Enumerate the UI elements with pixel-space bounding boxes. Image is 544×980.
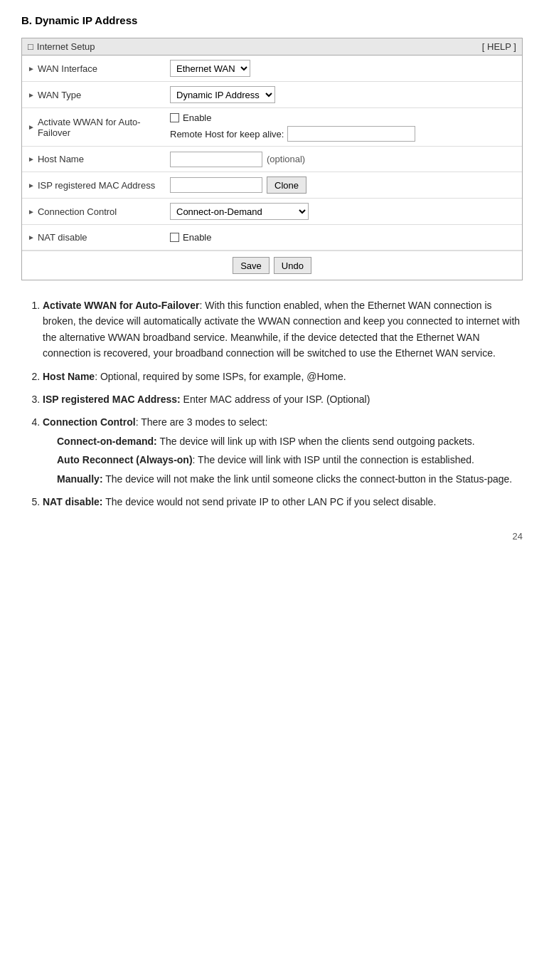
undo-button[interactable]: Undo	[274, 257, 311, 274]
enable-line: Enable	[170, 112, 415, 123]
wan-type-select[interactable]: Dynamic IP Address	[170, 86, 275, 103]
box-header: □ Internet Setup [ HELP ]	[22, 38, 522, 56]
wan-interface-row: ► WAN Interface Ethernet WAN	[22, 56, 522, 82]
isp-mac-control: Clone	[170, 176, 516, 194]
remote-host-line: Remote Host for keep alive:	[170, 126, 415, 142]
sub-list: Connect-on-demand: The device will link …	[43, 433, 523, 487]
content-list: Activate WWAN for Auto-Failover: With th…	[21, 297, 523, 510]
item4-text: : There are 3 modes to select:	[136, 416, 268, 428]
item2-text: : Optional, required by some ISPs, for e…	[95, 371, 346, 382]
sub-item3-bold: Manually:	[57, 473, 103, 485]
list-item: NAT disable: The device would not send p…	[43, 494, 523, 510]
arrow-icon: ►	[28, 208, 35, 216]
isp-mac-label: ► ISP registered MAC Address	[28, 180, 170, 191]
item5-text: The device would not send private IP to …	[103, 496, 437, 507]
optional-label: (optional)	[267, 154, 305, 164]
list-item: Activate WWAN for Auto-Failover: With th…	[43, 297, 523, 362]
item3-text: Enter MAC address of your ISP. (Optional…	[181, 394, 370, 405]
list-item: Auto Reconnect (Always-on): The device w…	[57, 452, 523, 468]
nat-enable-checkbox[interactable]	[170, 233, 179, 242]
nat-disable-control: Enable	[170, 232, 516, 243]
list-item: Connect-on-demand: The device will link …	[57, 433, 523, 449]
activate-wwan-control: Enable Remote Host for keep alive:	[170, 112, 516, 142]
content-section: Activate WWAN for Auto-Failover: With th…	[21, 297, 523, 510]
help-link[interactable]: [ HELP ]	[482, 41, 516, 52]
arrow-icon: ►	[28, 181, 35, 189]
item4-bold: Connection Control	[43, 416, 136, 428]
save-button[interactable]: Save	[233, 257, 270, 274]
wan-interface-select[interactable]: Ethernet WAN	[170, 60, 250, 77]
arrow-icon: ►	[28, 123, 35, 131]
wan-interface-label: ► WAN Interface	[28, 63, 170, 74]
connection-control-label: ► Connection Control	[28, 206, 170, 217]
isp-mac-row: ► ISP registered MAC Address Clone	[22, 172, 522, 199]
arrow-icon: ►	[28, 65, 35, 73]
arrow-icon: ►	[28, 91, 35, 99]
host-name-row: ► Host Name (optional)	[22, 147, 522, 172]
item1-bold: Activate WWAN for Auto-Failover	[43, 300, 199, 311]
clone-button[interactable]: Clone	[267, 176, 306, 194]
remote-host-input[interactable]	[287, 126, 415, 142]
list-item: Manually: The device will not make the l…	[57, 471, 523, 487]
host-name-label: ► Host Name	[28, 154, 170, 164]
sub-item1-bold: Connect-on-demand:	[57, 436, 157, 447]
isp-mac-input[interactable]	[170, 177, 262, 193]
sub-item3-text: The device will not make the link until …	[103, 473, 513, 485]
arrow-icon: ►	[28, 155, 35, 163]
remote-host-label: Remote Host for keep alive:	[170, 129, 284, 139]
connection-control-select[interactable]: Connect-on-Demand Auto Reconnect (Always…	[170, 203, 309, 220]
wan-type-control: Dynamic IP Address	[170, 86, 516, 103]
list-item: Connection Control: There are 3 modes to…	[43, 414, 523, 487]
list-item: ISP registered MAC Address: Enter MAC ad…	[43, 391, 523, 407]
sub-item1-text: The device will link up with ISP when th…	[157, 436, 475, 447]
enable-row: Enable Remote Host for keep alive:	[170, 112, 415, 142]
enable-checkbox[interactable]	[170, 113, 179, 122]
wan-type-label: ► WAN Type	[28, 90, 170, 100]
enable-label: Enable	[183, 112, 211, 123]
activate-wwan-label: ► Activate WWAN for Auto-Failover	[28, 117, 170, 138]
connection-control-control: Connect-on-Demand Auto Reconnect (Always…	[170, 203, 516, 220]
internet-setup-box: □ Internet Setup [ HELP ] ► WAN Interfac…	[21, 38, 523, 280]
save-undo-row: Save Undo	[22, 251, 522, 280]
box-header-title: □ Internet Setup	[28, 41, 95, 52]
activate-wwan-row: ► Activate WWAN for Auto-Failover Enable…	[22, 108, 522, 147]
page-title: B. Dynamic IP Address	[21, 14, 523, 26]
checkbox-icon: □	[28, 41, 33, 52]
sub-item2-bold: Auto Reconnect (Always-on)	[57, 454, 193, 465]
nat-enable-label: Enable	[183, 232, 211, 243]
wan-type-row: ► WAN Type Dynamic IP Address	[22, 82, 522, 108]
arrow-icon: ►	[28, 233, 35, 241]
page-number: 24	[21, 531, 523, 542]
nat-enable-line: Enable	[170, 232, 211, 243]
wan-interface-control: Ethernet WAN	[170, 60, 516, 77]
nat-disable-label: ► NAT disable	[28, 232, 170, 243]
host-name-control: (optional)	[170, 152, 516, 167]
item2-bold: Host Name	[43, 371, 95, 382]
item3-bold: ISP registered MAC Address:	[43, 394, 181, 405]
box-title-label: Internet Setup	[37, 41, 95, 52]
nat-disable-row: ► NAT disable Enable	[22, 225, 522, 251]
item5-bold: NAT disable:	[43, 496, 103, 507]
connection-control-row: ► Connection Control Connect-on-Demand A…	[22, 199, 522, 225]
list-item: Host Name: Optional, required by some IS…	[43, 369, 523, 384]
host-name-input[interactable]	[170, 152, 262, 167]
sub-item2-text: : The device will link with ISP until th…	[193, 454, 474, 465]
